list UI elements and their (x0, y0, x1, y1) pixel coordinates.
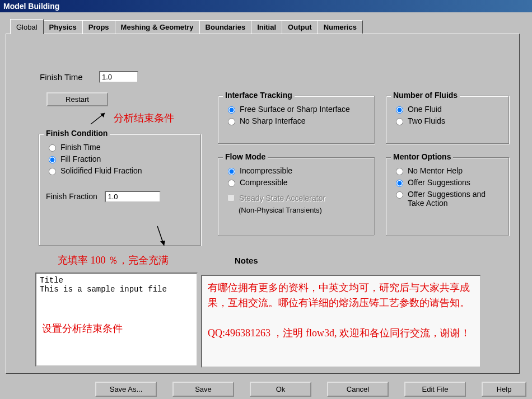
tab-output[interactable]: Output (282, 20, 318, 34)
arrow-icon (88, 110, 110, 127)
radio-incompressible-label: Incompressible (240, 166, 292, 175)
finish-fraction-input[interactable] (105, 191, 161, 203)
svg-marker-1 (100, 113, 105, 118)
finish-fraction-label: Finish Fraction (46, 192, 97, 201)
radio-compressible[interactable] (228, 180, 235, 187)
radio-incompressible[interactable] (228, 168, 235, 175)
radio-no-mentor-label: No Mentor Help (408, 166, 463, 175)
radio-no-mentor[interactable] (396, 168, 403, 175)
tab-boundaries[interactable]: Boundaries (199, 20, 252, 34)
radio-finish-time[interactable] (49, 144, 56, 152)
finish-condition-group: Finish Condition Finish Time Fill Fracti… (39, 134, 201, 246)
radio-compressible-label: Compressible (240, 178, 288, 187)
radio-no-sharp-label: No Sharp Interface (240, 116, 306, 125)
radio-solidified[interactable] (49, 168, 56, 175)
num-fluids-group: Number of Fluids One Fluid Two Fluids (386, 96, 509, 144)
radio-one-fluid[interactable] (396, 106, 403, 114)
arrow-down-icon (152, 223, 169, 251)
help-button[interactable]: Help (482, 382, 526, 397)
checkbox-steady-label: Steady State Accelerator (239, 194, 325, 203)
flow-mode-legend: Flow Mode (223, 152, 268, 161)
cancel-button[interactable]: Cancel (327, 382, 389, 397)
tab-meshing[interactable]: Meshing & Geometry (115, 20, 200, 34)
mentor-options-group: Mentor Options No Mentor Help Offer Sugg… (386, 157, 509, 236)
save-as-button[interactable]: Save As... (95, 382, 157, 397)
radio-sharp-interface[interactable] (228, 106, 235, 114)
annotation-finish-cond: 分析结束条件 (114, 111, 174, 125)
num-fluids-legend: Number of Fluids (391, 91, 460, 100)
svg-marker-3 (160, 241, 165, 246)
flow-mode-subtext: (Non-Physical Transients) (239, 206, 367, 214)
title-textarea[interactable]: Title This is a sample input file (35, 273, 198, 367)
radio-no-sharp[interactable] (228, 118, 235, 125)
restart-button[interactable]: Restart (46, 92, 108, 106)
radio-fill-fraction[interactable] (49, 156, 56, 163)
radio-two-fluids-label: Two Fluids (408, 116, 445, 125)
radio-solidified-label: Solidified Fluid Fraction (60, 166, 142, 175)
interface-tracking-legend: Interface Tracking (223, 91, 295, 100)
radio-sharp-interface-label: Free Surface or Sharp Interface (240, 105, 350, 114)
tab-numerics[interactable]: Numerics (318, 20, 363, 34)
radio-one-fluid-label: One Fluid (408, 105, 442, 114)
tab-global[interactable]: Global (10, 19, 44, 34)
radio-offer-suggestions-label: Offer Suggestions (408, 178, 470, 187)
radio-fill-fraction-label: Fill Fraction (60, 154, 101, 163)
radio-two-fluids[interactable] (396, 118, 403, 125)
annotation-fill-rate: 充填率 100 ％，完全充满 (58, 254, 169, 267)
finish-time-label: Finish Time (40, 72, 83, 82)
radio-offer-suggestions[interactable] (396, 180, 403, 187)
flow-mode-group: Flow Mode Incompressible Compressible St… (218, 157, 375, 236)
finish-condition-legend: Finish Condition (44, 129, 110, 138)
radio-offer-take-action-label: Offer Suggestions and Take Action (408, 190, 497, 208)
finish-time-input[interactable] (99, 71, 138, 83)
notes-textarea[interactable]: 有哪位拥有更多的资料，中英文均可，研究后与大家共享成果，互相交流。哪位有详细的熔… (201, 275, 481, 368)
tab-row: Global Physics Props Meshing & Geometry … (10, 19, 526, 34)
save-button[interactable]: Save (172, 382, 234, 397)
mentor-options-legend: Mentor Options (391, 152, 453, 161)
checkbox-steady-state (227, 194, 235, 201)
annotation-set-finish: 设置分析结束条件 (42, 322, 123, 335)
tab-props[interactable]: Props (82, 20, 115, 34)
ok-button[interactable]: Ok (250, 382, 311, 397)
global-panel: Finish Time Restart 分析结束条件 Finish Condit… (6, 34, 520, 374)
tab-physics[interactable]: Physics (43, 20, 83, 34)
edit-file-button[interactable]: Edit File (404, 382, 466, 397)
radio-finish-time-label: Finish Time (60, 143, 101, 152)
interface-tracking-group: Interface Tracking Free Surface or Sharp… (218, 96, 375, 144)
radio-offer-take-action[interactable] (396, 191, 403, 199)
tab-initial[interactable]: Initial (251, 20, 282, 34)
bottom-button-row: Save As... Save Ok Cancel Edit File Help (95, 382, 526, 397)
notes-label: Notes (235, 256, 258, 265)
main-container: Global Physics Props Meshing & Geometry … (0, 12, 532, 376)
window-titlebar: Model Building (0, 0, 532, 12)
